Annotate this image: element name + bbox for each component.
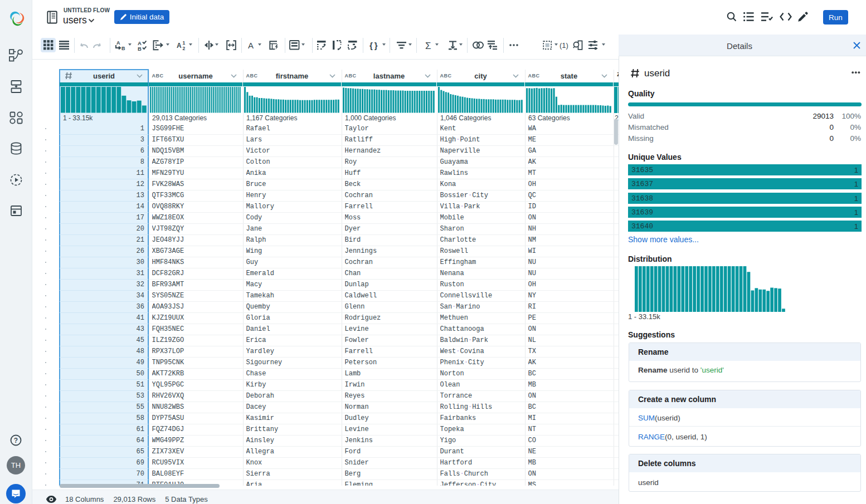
svg-text:Σ: Σ [425, 40, 431, 51]
svg-text:2: 2 [183, 46, 186, 51]
svg-text:B: B [138, 45, 142, 51]
svg-text:?: ? [14, 437, 18, 444]
svg-text:B: B [121, 46, 125, 51]
svg-text:A: A [177, 42, 182, 50]
svg-text:{ }: { } [369, 41, 378, 50]
svg-text:1: 1 [183, 40, 186, 46]
svg-text:A: A [116, 40, 120, 46]
svg-text:A: A [248, 41, 254, 50]
